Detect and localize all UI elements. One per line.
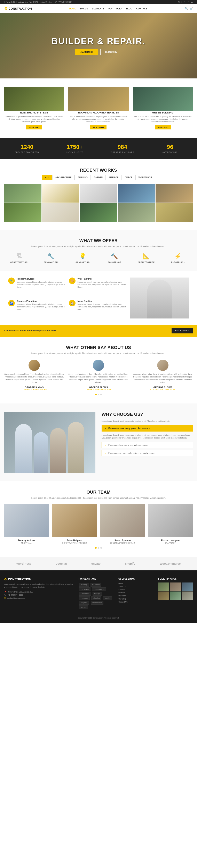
offer-construct: 🔨 CONSTRUCT xyxy=(100,253,129,263)
roofing-icon: 🏠 xyxy=(69,300,76,306)
twitter-icon[interactable]: 𝕏 xyxy=(178,1,180,3)
services-list-section: 🔧 Prepair Services Maecenas aliquet, lib… xyxy=(0,271,197,324)
pinterest-icon[interactable]: P xyxy=(188,1,189,3)
why-feature-1[interactable]: ✓ Employees have many years of experienc… xyxy=(102,425,193,432)
tag-renovation[interactable]: Renovation xyxy=(91,601,104,604)
dot-1[interactable] xyxy=(95,394,97,395)
footer-link-services[interactable]: Services xyxy=(118,589,153,591)
service-green-btn[interactable]: MORE INFO xyxy=(155,125,171,129)
nav-links: HOME PAGES ELEMENTS PORTFOLIO BLOG CONTA… xyxy=(69,7,147,10)
footer-link-portfolio[interactable]: Portfolio xyxy=(118,592,153,594)
hero-scroll-arrow[interactable]: ⌄ xyxy=(97,71,100,75)
work-item[interactable] xyxy=(42,184,79,203)
flickr-photo-2[interactable] xyxy=(170,583,181,591)
tag-contractor[interactable]: Contractor xyxy=(79,592,91,596)
tag-business[interactable]: Business xyxy=(90,583,102,587)
team-member-1: Tommy Aitkins Front Man xyxy=(4,504,49,544)
team-pagination xyxy=(4,547,193,549)
filter-architecture[interactable]: Architecture xyxy=(52,175,75,180)
flickr-photo-5[interactable] xyxy=(170,591,181,600)
tag-flooring[interactable]: Flooring xyxy=(91,596,102,600)
service-prepair: 🔧 Prepair Services Maecenas aliquet, lib… xyxy=(8,278,65,296)
work-item[interactable] xyxy=(156,184,193,203)
footer-link-team[interactable]: Our Team xyxy=(118,595,153,597)
hero-title: BUILDER & REPAIR. xyxy=(52,36,146,46)
google-plus-icon[interactable]: G+ xyxy=(184,1,187,3)
testimonial-text-3: Maecenas aliquet oriam libero. Phasellus… xyxy=(133,373,193,384)
footer-tags-heading: Popular tags xyxy=(79,578,113,580)
filter-interior[interactable]: Interior xyxy=(106,175,122,180)
tag-engineer[interactable]: Engineer xyxy=(79,596,90,600)
flickr-photo-3[interactable] xyxy=(182,583,193,591)
tag-carpentry[interactable]: Carpentry xyxy=(79,587,90,591)
cta-quote-button[interactable]: GET A QUOTE xyxy=(172,328,193,334)
search-icon[interactable]: 🔍 xyxy=(185,7,188,10)
stat-clients-label: HAPPY CLIENTS xyxy=(52,151,98,153)
filter-office[interactable]: Office xyxy=(122,175,135,180)
team-dot-1[interactable] xyxy=(95,547,97,549)
work-item[interactable] xyxy=(80,184,117,203)
works-grid xyxy=(4,184,193,222)
team-dot-3[interactable] xyxy=(100,547,102,549)
site-logo[interactable]: ⚙ CONSTRUCTION xyxy=(4,6,32,11)
team-grid: Tommy Aitkins Front Man John Halpern Con… xyxy=(4,504,193,544)
flickr-photo-1[interactable] xyxy=(158,583,169,591)
offer-consulting-label: CONSULTING xyxy=(68,261,97,263)
facebook-icon[interactable]: f xyxy=(181,1,182,3)
filter-building[interactable]: Building xyxy=(75,175,90,180)
plumbing-desc: Maecenas aliquet, libero vel convallis a… xyxy=(17,303,65,311)
why-feature-3[interactable]: ✓ Employees are continually trained on s… xyxy=(102,450,193,456)
work-item[interactable] xyxy=(80,203,117,222)
flickr-photo-6[interactable] xyxy=(182,591,193,600)
nav-home[interactable]: HOME xyxy=(69,7,76,10)
work-item[interactable] xyxy=(4,203,41,222)
service-green-image xyxy=(133,87,193,111)
stat-projects: 1240 PROJECT COMPLETED xyxy=(4,144,50,153)
dot-2[interactable] xyxy=(98,394,99,395)
rss-icon[interactable]: ◉ xyxy=(191,1,193,3)
worker-image xyxy=(130,278,189,318)
why-section: WHY CHOOSE US? Lorem ipsum dolor sit ame… xyxy=(0,403,197,481)
footer-link-contact[interactable]: Contact Us xyxy=(118,601,153,603)
hero-our-story-button[interactable]: OUR STORY xyxy=(100,49,122,55)
nav-elements[interactable]: ELEMENTS xyxy=(92,7,104,10)
footer-link-blog[interactable]: Our Blog xyxy=(118,598,153,600)
dot-3[interactable] xyxy=(100,394,102,395)
tag-building[interactable]: Building xyxy=(79,583,89,587)
tag-projects[interactable]: Projects xyxy=(79,601,89,604)
service-electrical-image xyxy=(4,87,64,111)
team-dot-2[interactable] xyxy=(98,547,99,549)
stat-clients: 1750+ HAPPY CLIENTS xyxy=(52,144,98,153)
work-item[interactable] xyxy=(4,184,41,203)
why-feature-2[interactable]: ✓ Employees have many years of experienc… xyxy=(102,442,193,448)
construct-icon: 🔨 xyxy=(100,253,129,259)
nav-portfolio[interactable]: PORTFOLIO xyxy=(108,7,121,10)
service-electrical-btn[interactable]: MORE INFO xyxy=(26,125,42,129)
filter-garden[interactable]: Garden xyxy=(91,175,106,180)
hero-content: BUILDER & REPAIR. LEARN MORE OUR STORY xyxy=(52,36,146,55)
footer-about-text: Maecenas aliquet oriam libero. Phasellus… xyxy=(4,583,74,589)
work-item[interactable] xyxy=(42,203,79,222)
tag-construction[interactable]: Construction xyxy=(92,587,106,591)
team-member-2-role: Construction Manager xyxy=(52,542,97,544)
filter-workspace[interactable]: Workspace xyxy=(135,175,155,180)
nav-contact[interactable]: CONTACT xyxy=(136,7,147,10)
hero-learn-more-button[interactable]: LEARN MORE xyxy=(75,49,98,55)
testimonial-3: Maecenas aliquet oriam libero. Phasellus… xyxy=(133,360,193,391)
footer-link-about[interactable]: About Us xyxy=(118,586,153,588)
testimonials-grid: Maecenas aliquet oriam libero. Phasellus… xyxy=(4,360,193,391)
nav-blog[interactable]: BLOG xyxy=(125,7,132,10)
filter-all[interactable]: All xyxy=(42,175,52,180)
tag-repair[interactable]: Repair xyxy=(79,606,88,609)
tag-design[interactable]: Design xyxy=(92,592,102,596)
flickr-photo-4[interactable] xyxy=(158,591,169,600)
tag-interior[interactable]: Interior xyxy=(103,596,112,600)
work-item[interactable] xyxy=(118,203,155,222)
nav-pages[interactable]: PAGES xyxy=(80,7,88,10)
work-item[interactable] xyxy=(156,203,193,222)
work-item[interactable] xyxy=(118,184,155,203)
construction-icon: 🏗 xyxy=(4,253,34,259)
footer-link-home[interactable]: Home xyxy=(118,583,153,585)
cart-icon[interactable]: 🛒 xyxy=(190,7,193,10)
service-roofing-btn[interactable]: MORE INFO xyxy=(90,125,107,129)
